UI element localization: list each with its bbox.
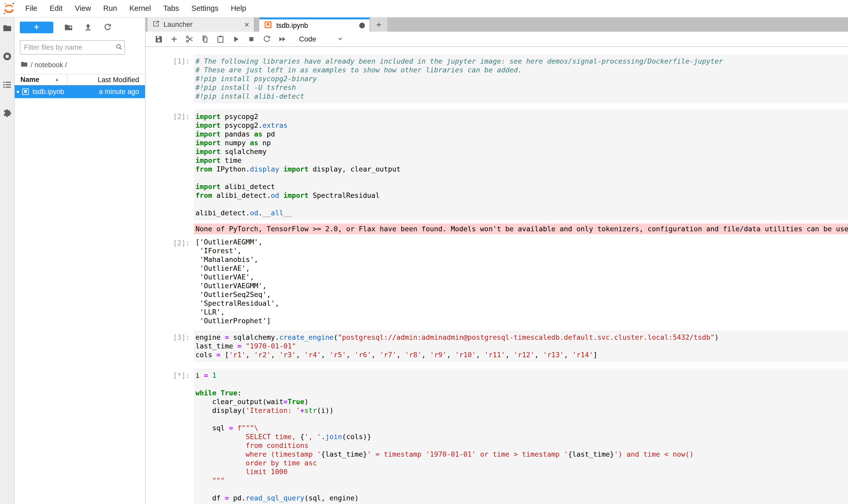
- tab-label: Launcher: [164, 21, 244, 29]
- code-line: from conditions: [196, 441, 848, 450]
- cut-cells-button[interactable]: [185, 35, 194, 43]
- file-name: tsdb.ipynb: [33, 88, 71, 96]
- code-cell: [1]:# The following libraries have alrea…: [145, 54, 848, 103]
- code-cell: [3]:engine = sqlalchemy.create_engine("p…: [145, 330, 848, 362]
- code-line: while True:: [196, 389, 848, 397]
- code-line: [196, 174, 848, 182]
- code-line: df = df.set_index('time'): [196, 502, 848, 504]
- code-line: #!pip install psycopg2-binary: [196, 74, 848, 83]
- jupyter-logo-icon: [3, 2, 15, 15]
- tab-tsdb-notebook[interactable]: tsdb.ipynb: [259, 18, 369, 32]
- paste-icon: [216, 35, 225, 43]
- code-line: last_time = "1970-01-01": [196, 342, 848, 350]
- running-sessions-icon[interactable]: [2, 52, 12, 61]
- search-icon: [115, 43, 125, 52]
- notebook-icon: [264, 21, 276, 31]
- tab-label: tsdb.ipynb: [276, 22, 359, 30]
- open-tabs-icon[interactable]: [2, 80, 12, 90]
- code-editor[interactable]: engine = sqlalchemy.create_engine("postg…: [194, 330, 848, 362]
- code-line: #!pip install alibi-detect: [196, 92, 848, 101]
- menu-run[interactable]: Run: [97, 0, 123, 17]
- tab-bar: Launcher × tsdb.ipynb: [145, 18, 848, 32]
- extensions-icon[interactable]: [2, 108, 12, 118]
- notebook-file-icon: [19, 88, 33, 95]
- code-line: 'OutlierAE',: [196, 264, 848, 273]
- file-browser-toolbar: [15, 18, 145, 35]
- code-cell: [*]:i = 1 while True: clear_output(wait=…: [145, 368, 848, 504]
- interrupt-kernel-button[interactable]: [247, 35, 256, 43]
- code-line: import time: [196, 156, 848, 165]
- menu-tabs[interactable]: Tabs: [157, 0, 185, 17]
- save-button[interactable]: [154, 35, 163, 43]
- paste-cells-button[interactable]: [216, 35, 225, 43]
- menu-view[interactable]: View: [69, 0, 97, 17]
- code-editor[interactable]: import psycopg2import psycopg2.extrasimp…: [194, 110, 848, 220]
- code-line: from IPython.display import display, cle…: [196, 165, 848, 174]
- code-editor[interactable]: i = 1 while True: clear_output(wait=True…: [194, 368, 848, 504]
- column-header-last-modified[interactable]: Last Modified: [67, 74, 145, 85]
- code-line: import sqlalchemy: [196, 147, 848, 156]
- breadcrumb[interactable]: / notebook /: [20, 60, 145, 70]
- code-line: [196, 415, 848, 424]
- unsaved-changes-icon[interactable]: [359, 23, 365, 28]
- plus-icon: [33, 23, 40, 32]
- code-line: where (timestamp '{last_time}' = timesta…: [196, 450, 848, 459]
- cut-icon: [185, 35, 194, 43]
- output-cell: [2]:['OutlierAEGMM', 'IForest', 'Mahalan…: [145, 236, 848, 327]
- code-line: order by time asc: [196, 459, 848, 467]
- breadcrumb-path: / notebook /: [31, 61, 67, 69]
- file-filter: [20, 40, 125, 55]
- cell-prompt: [3]:: [145, 330, 194, 362]
- column-header-name[interactable]: Name ▲: [15, 76, 67, 84]
- code-line: SELECT time, {', '.join(cols)}: [196, 432, 848, 441]
- run-icon: [232, 35, 240, 43]
- save-icon: [154, 35, 163, 43]
- new-folder-button[interactable]: [64, 23, 73, 32]
- code-line: ['OutlierAEGMM',: [196, 238, 848, 247]
- file-browser-panel: / notebook / Name ▲ Last Modified tsdb.i…: [15, 18, 145, 504]
- code-editor[interactable]: # The following libraries have already b…: [194, 54, 848, 103]
- upload-icon: [84, 29, 92, 33]
- code-line: display('Iteration: '+str(i)): [196, 406, 848, 415]
- notebook-scroll-area[interactable]: [1]:# The following libraries have alrea…: [145, 47, 848, 504]
- folder-icon[interactable]: [2, 23, 12, 33]
- menu-edit[interactable]: Edit: [43, 0, 69, 17]
- code-line: [196, 380, 848, 389]
- upload-button[interactable]: [84, 23, 92, 32]
- file-row-tsdb[interactable]: tsdb.ipynb a minute ago: [15, 85, 145, 98]
- run-cell-button[interactable]: [232, 35, 240, 43]
- unsaved-bullet-icon: [17, 91, 19, 93]
- new-tab-button[interactable]: [370, 18, 387, 32]
- menu-help[interactable]: Help: [224, 0, 252, 17]
- code-line: i = 1: [196, 371, 848, 380]
- code-line: 'OutlierVAEGMM',: [196, 282, 848, 290]
- add-cell-button[interactable]: [170, 35, 178, 43]
- code-line: 'SpectralResidual',: [196, 299, 848, 308]
- code-line: import numpy as np: [196, 139, 848, 147]
- code-line: cols = ['r1', 'r2', 'r3', 'r4', 'r5', 'r…: [196, 350, 848, 359]
- menu-file[interactable]: File: [19, 0, 43, 17]
- menu-settings[interactable]: Settings: [185, 0, 224, 17]
- menu-kernel[interactable]: Kernel: [123, 0, 157, 17]
- code-line: [196, 200, 848, 209]
- cell-prompt: [2]:: [145, 110, 194, 220]
- file-filter-input[interactable]: [20, 43, 115, 52]
- code-line: 'Mahalanobis',: [196, 255, 848, 264]
- refresh-button[interactable]: [103, 23, 112, 32]
- menu-bar: File Edit View Run Kernel Tabs Settings …: [0, 0, 848, 18]
- code-line: 'OutlierVAE',: [196, 273, 848, 282]
- new-launcher-button[interactable]: [20, 22, 53, 33]
- tab-launcher[interactable]: Launcher ×: [147, 18, 254, 32]
- run-all-cells-button[interactable]: [278, 35, 287, 43]
- stderr-message: None of PyTorch, TensorFlow >= 2.0, or F…: [194, 223, 848, 234]
- code-line: from alibi_detect.od import SpectralResi…: [196, 191, 848, 200]
- restart-kernel-button[interactable]: [263, 35, 271, 43]
- copy-cells-button[interactable]: [201, 35, 209, 43]
- restart-kernel-icon: [263, 35, 271, 43]
- cell-type-dropdown[interactable]: Code: [299, 35, 344, 43]
- close-icon[interactable]: ×: [244, 20, 249, 30]
- cell-prompt: [*]:: [145, 368, 194, 504]
- stderr-output: None of PyTorch, TensorFlow >= 2.0, or F…: [145, 223, 848, 234]
- output-area[interactable]: ['OutlierAEGMM', 'IForest', 'Mahalanobis…: [194, 236, 848, 327]
- code-line: # These are just left in as examples to …: [196, 66, 848, 74]
